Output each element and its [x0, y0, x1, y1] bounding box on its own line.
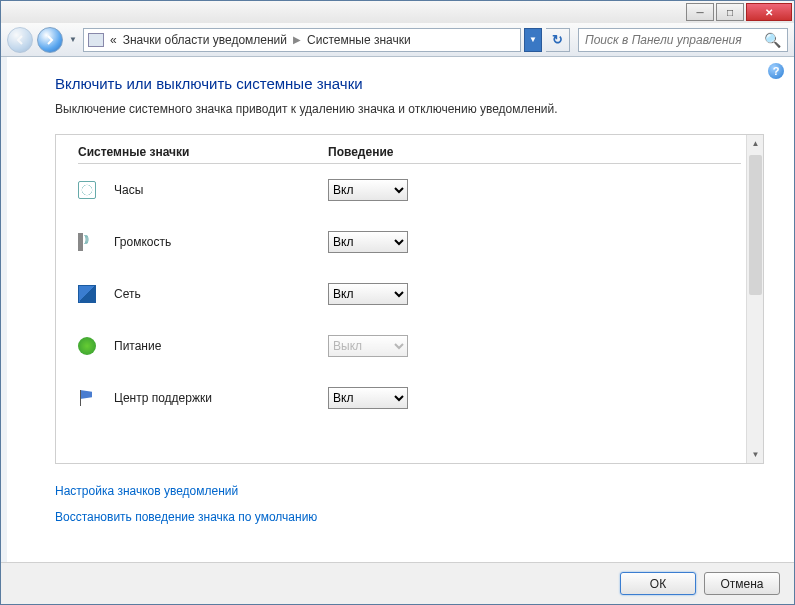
link-restore-defaults[interactable]: Восстановить поведение значка по умолчан… — [55, 510, 764, 524]
behavior-select: ВклВыкл — [328, 335, 408, 357]
pwr-icon — [78, 337, 96, 355]
page-title: Включить или выключить системные значки — [55, 75, 764, 92]
table-row: Центр поддержкиВклВыкл — [78, 372, 763, 424]
table-row: ЧасыВклВыкл — [78, 164, 763, 216]
scroll-up-icon[interactable]: ▲ — [747, 135, 764, 152]
address-dropdown[interactable]: ▼ — [524, 28, 542, 52]
page-description: Выключение системного значка приводит к … — [55, 102, 764, 116]
table-header: Системные значки Поведение — [78, 145, 741, 164]
scrollbar[interactable]: ▲ ▼ — [746, 135, 763, 463]
control-panel-icon — [88, 33, 104, 47]
nav-history-dropdown[interactable]: ▼ — [67, 27, 79, 53]
table-row: СетьВклВыкл — [78, 268, 763, 320]
titlebar: ─ □ ✕ — [1, 1, 794, 23]
breadcrumb-prefix: « — [110, 33, 117, 47]
row-label: Питание — [114, 339, 328, 353]
main-panel: ? Включить или выключить системные значк… — [7, 57, 794, 562]
settings-rows: ЧасыВклВыклГромкостьВклВыклСетьВклВыклПи… — [78, 164, 763, 424]
column-header-behavior: Поведение — [328, 145, 741, 159]
refresh-button[interactable]: ↻ — [546, 28, 570, 52]
search-input[interactable] — [585, 33, 764, 47]
ok-button[interactable]: ОК — [620, 572, 696, 595]
clock-icon — [78, 181, 96, 199]
window: ─ □ ✕ ▼ « Значки области уведомлений ▶ С… — [0, 0, 795, 605]
behavior-select[interactable]: ВклВыкл — [328, 231, 408, 253]
links-section: Настройка значков уведомлений Восстанови… — [55, 484, 764, 524]
cancel-button[interactable]: Отмена — [704, 572, 780, 595]
help-icon[interactable]: ? — [768, 63, 784, 79]
nav-back-button[interactable] — [7, 27, 33, 53]
maximize-button[interactable]: □ — [716, 3, 744, 21]
flag-icon — [78, 389, 96, 407]
net-icon — [78, 285, 96, 303]
behavior-select[interactable]: ВклВыкл — [328, 179, 408, 201]
table-row: ПитаниеВклВыкл — [78, 320, 763, 372]
vol-icon — [78, 233, 96, 251]
behavior-select[interactable]: ВклВыкл — [328, 283, 408, 305]
row-label: Часы — [114, 183, 328, 197]
breadcrumb-part-1[interactable]: Значки области уведомлений — [123, 33, 287, 47]
breadcrumb-separator-icon[interactable]: ▶ — [293, 34, 301, 45]
behavior-select[interactable]: ВклВыкл — [328, 387, 408, 409]
row-label: Громкость — [114, 235, 328, 249]
address-bar[interactable]: « Значки области уведомлений ▶ Системные… — [83, 28, 521, 52]
breadcrumb-part-2[interactable]: Системные значки — [307, 33, 411, 47]
link-customize-icons[interactable]: Настройка значков уведомлений — [55, 484, 764, 498]
search-box[interactable]: 🔍 — [578, 28, 788, 52]
scroll-thumb[interactable] — [749, 155, 762, 295]
search-icon[interactable]: 🔍 — [764, 32, 781, 48]
content-area: ? Включить или выключить системные значк… — [1, 57, 794, 562]
table-row: ГромкостьВклВыкл — [78, 216, 763, 268]
column-header-icons: Системные значки — [78, 145, 328, 159]
row-label: Центр поддержки — [114, 391, 328, 405]
scroll-down-icon[interactable]: ▼ — [747, 446, 764, 463]
navbar: ▼ « Значки области уведомлений ▶ Системн… — [1, 23, 794, 57]
nav-forward-button[interactable] — [37, 27, 63, 53]
settings-panel: Системные значки Поведение ЧасыВклВыклГр… — [55, 134, 764, 464]
minimize-button[interactable]: ─ — [686, 3, 714, 21]
close-button[interactable]: ✕ — [746, 3, 792, 21]
footer: ОК Отмена — [1, 562, 794, 604]
row-label: Сеть — [114, 287, 328, 301]
